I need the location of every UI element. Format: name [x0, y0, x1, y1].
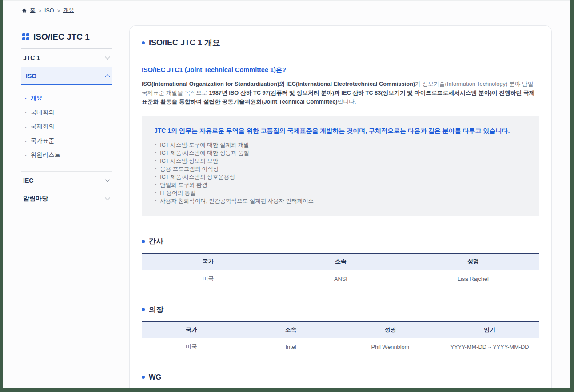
mission-item: ICT 제품·시스템의 상호운용성: [154, 173, 527, 181]
mission-item: ICT 제품·시스템에 대한 성능과 품질: [154, 149, 527, 157]
sidebar-item-label: JTC 1: [23, 54, 40, 61]
mission-list: ICT 시스템·도구에 대한 설계와 개발 ICT 제품·시스템에 대한 성능과…: [154, 141, 527, 205]
subitem-label: 국내회의: [31, 108, 55, 116]
section-overview-header: ISO/IEC JTC 1 개요: [142, 37, 539, 48]
breadcrumb-iso-link[interactable]: ISO: [44, 8, 54, 14]
mission-item-text: ICT 시스템·도구에 대한 설계와 개발: [160, 141, 249, 149]
title-divider: [142, 54, 539, 54]
sidebar-subitem-member-list[interactable]: 위원리스트: [25, 148, 110, 162]
home-icon: [21, 8, 27, 13]
mission-item-text: ICT 제품·시스템의 상호운용성: [160, 173, 235, 181]
sidebar-subitem-national-standard[interactable]: 국가표준: [25, 134, 110, 148]
bullet-icon: [142, 308, 145, 311]
grid-icon: [22, 33, 29, 40]
sidebar-subitem-domestic-meeting[interactable]: 국내회의: [25, 105, 110, 120]
table-header-cell: 성명: [341, 322, 440, 338]
breadcrumb: 홈 > ISO > 개요: [21, 7, 74, 14]
mission-item: 사용자 친화적이며, 인간공학적으로 설계된 사용자 인터페이스: [154, 197, 527, 205]
sidebar-submenu-iso: 개요 국내회의 국제회의 국가표준 위원리스트: [21, 85, 112, 171]
table-header-cell: 국가: [142, 322, 241, 338]
section-title: WG: [149, 373, 161, 381]
mission-box: JTC 1의 임무는 자유로운 무역을 위한 고품질의 국제표준을 개발하는 것…: [142, 116, 539, 216]
mission-item-text: ICT 시스템·정보의 보안: [160, 157, 218, 165]
table-header-row: 국가 소속 성명 임기: [142, 322, 539, 338]
mission-heading: JTC 1의 임무는 자유로운 무역을 위한 고품질의 국제표준을 개발하는 것…: [154, 127, 527, 135]
bullet-icon: [142, 240, 145, 243]
subitem-label: 국제회의: [31, 123, 55, 131]
sidebar-title-label: ISO/IEC JTC 1: [33, 32, 90, 42]
secretary-table: 국가 소속 성명 미국 ANSI Lisa Rajchel: [142, 253, 539, 288]
subitem-label: 국가표준: [31, 137, 55, 145]
table-header-cell: 성명: [407, 253, 539, 270]
screen-frame-left: [0, 0, 3, 392]
mission-item-text: 응용 프로그램의 이식성: [160, 165, 219, 173]
chevron-down-icon: [105, 54, 110, 59]
frame-top: [0, 0, 574, 1]
sidebar-item-iso[interactable]: ISO: [21, 67, 112, 85]
section-title: 의장: [149, 305, 163, 315]
section-secretary-header: 간사: [142, 236, 539, 246]
breadcrumb-home-link[interactable]: 홈: [30, 7, 36, 14]
sidebar-title: ISO/IEC JTC 1: [21, 29, 112, 49]
sidebar-item-label: ISO: [26, 72, 36, 80]
mission-item: ICT 시스템·정보의 보안: [154, 157, 527, 165]
sidebar-item-board[interactable]: 알림마당: [21, 189, 112, 208]
sidebar-subitem-international-meeting[interactable]: 국제회의: [25, 120, 110, 134]
sidebar-item-iec[interactable]: IEC: [21, 171, 112, 189]
subitem-label: 개요: [31, 94, 43, 102]
overview-paragraph: ISO(International Organization for Stand…: [142, 80, 539, 106]
chairman-table: 국가 소속 성명 임기 미국 Intel Phil Wennblom YYYY-…: [142, 321, 539, 356]
table-cell: Phil Wennblom: [341, 338, 440, 356]
mission-item: 응용 프로그램의 이식성: [154, 165, 527, 173]
chevron-down-icon: [105, 195, 110, 200]
paragraph-normal-segment: 입니다.: [338, 98, 356, 105]
mission-item-text: IT 용어의 통일: [160, 189, 195, 197]
overview-subtitle: ISO/IEC JTC1 (Joint Technical Committee …: [142, 66, 539, 74]
chevron-down-icon: [105, 177, 110, 182]
table-cell: 미국: [142, 338, 241, 356]
screen-frame-bottom: [0, 388, 574, 392]
table-cell: YYYY-MM-DD ~ YYYY-MM-DD: [440, 338, 539, 356]
table-header-cell: 소속: [241, 322, 341, 338]
sidebar-item-label: 알림마당: [23, 195, 48, 203]
section-wg: WG WG 약어 WG 국문 WG 영문 국가 성명 임기 WG 11 스마트: [142, 373, 539, 388]
breadcrumb-current-link[interactable]: 개요: [63, 7, 74, 14]
sidebar-item-label: IEC: [23, 177, 33, 184]
sidebar-subitem-overview[interactable]: 개요: [25, 91, 110, 105]
table-header-cell: 소속: [275, 253, 407, 270]
content-card: ISO/IEC JTC 1 개요 ISO/IEC JTC1 (Joint Tec…: [129, 25, 552, 388]
table-header-cell: 임기: [440, 322, 539, 338]
section-chairman: 의장 국가 소속 성명 임기 미국 Intel Phil Wennblom YY…: [142, 305, 539, 356]
subitem-label: 위원리스트: [31, 151, 61, 159]
table-cell: ANSI: [275, 270, 407, 288]
section-wg-header: WG: [142, 373, 539, 381]
page: 홈 > ISO > 개요 ISO/IEC JTC 1 JTC 1 ISO 개요 …: [3, 0, 570, 388]
mission-item: IT 용어의 통일: [154, 189, 527, 197]
table-cell: Intel: [241, 338, 341, 356]
mission-item: ICT 시스템·도구에 대한 설계와 개발: [154, 141, 527, 149]
bullet-icon: [142, 376, 145, 379]
sidebar: ISO/IEC JTC 1 JTC 1 ISO 개요 국내회의 국제회의 국가표…: [21, 29, 112, 208]
table-cell: Lisa Rajchel: [407, 270, 539, 288]
mission-item-text: 단일화 도구와 환경: [160, 181, 207, 189]
sidebar-item-jtc1[interactable]: JTC 1: [21, 49, 112, 67]
page-title: ISO/IEC JTC 1 개요: [149, 37, 220, 48]
section-title: 간사: [149, 236, 163, 246]
section-chairman-header: 의장: [142, 305, 539, 315]
mission-item-text: 사용자 친화적이며, 인간공학적으로 설계된 사용자 인터페이스: [160, 197, 314, 205]
table-cell: 미국: [142, 270, 275, 288]
section-secretary: 간사 국가 소속 성명 미국 ANSI Lisa Rajchel: [142, 236, 539, 288]
breadcrumb-separator: >: [39, 8, 41, 13]
mission-item-text: ICT 제품·시스템에 대한 성능과 품질: [160, 149, 249, 157]
table-header-cell: 국가: [142, 253, 275, 270]
bullet-icon: [142, 41, 145, 44]
screen-frame-right: [570, 0, 574, 392]
chevron-up-icon: [105, 74, 110, 79]
table-row: 미국 ANSI Lisa Rajchel: [142, 270, 539, 288]
paragraph-bold-segment: ISO(International Organization for Stand…: [142, 80, 415, 87]
breadcrumb-separator: >: [57, 8, 60, 13]
mission-item: 단일화 도구와 환경: [154, 181, 527, 189]
table-header-row: 국가 소속 성명: [142, 253, 539, 270]
table-row: 미국 Intel Phil Wennblom YYYY-MM-DD ~ YYYY…: [142, 338, 539, 356]
